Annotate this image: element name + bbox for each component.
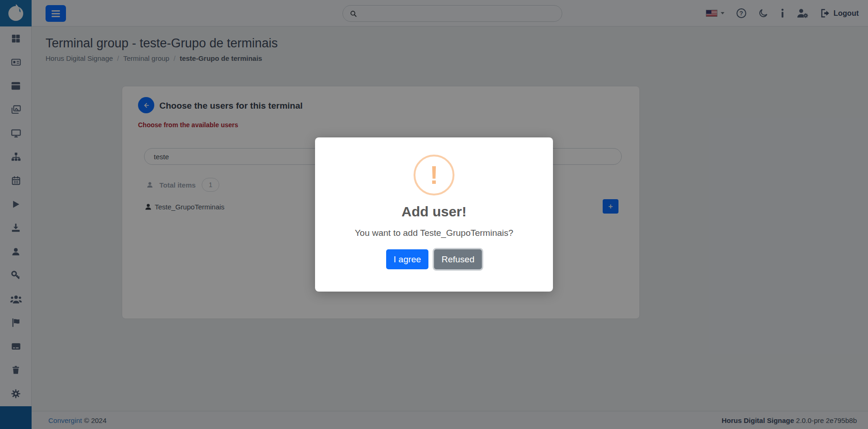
modal-body: You want to add Teste_GrupoTerminais? [315, 228, 553, 238]
confirm-button[interactable]: I agree [386, 249, 428, 269]
app-screen: ? [0, 0, 868, 429]
modal-actions: I agree Refused [315, 249, 553, 269]
warning-icon: ! [414, 155, 454, 195]
modal-title: Add user! [315, 204, 553, 220]
cancel-button[interactable]: Refused [434, 249, 482, 269]
add-user-modal: ! Add user! You want to add Teste_GrupoT… [315, 137, 553, 292]
